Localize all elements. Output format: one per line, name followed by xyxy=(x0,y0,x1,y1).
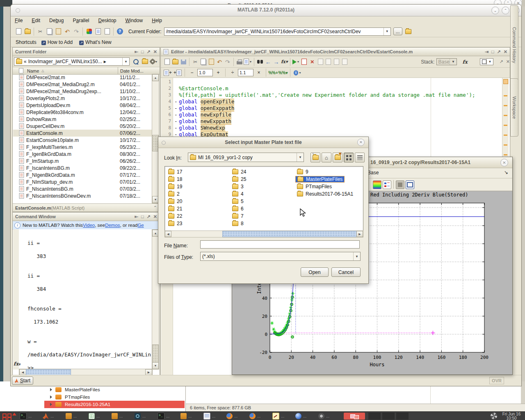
guide-icon[interactable] xyxy=(94,27,103,36)
code-line[interactable]: global newExppath xyxy=(179,118,501,125)
undock-icon[interactable]: ↗ xyxy=(147,49,151,55)
eval-cell-advance-icon[interactable]: %%▾ xyxy=(278,68,288,77)
file-row[interactable]: DshowRaw.m02/25/2... xyxy=(13,116,153,123)
profiler-icon[interactable] xyxy=(103,27,112,36)
open-folder-icon[interactable] xyxy=(23,27,32,36)
copy-icon[interactable] xyxy=(45,27,54,36)
code-text[interactable]: %EstartConsole.m%[file,path] = uiputfile… xyxy=(179,79,501,138)
folder-list-box[interactable]: 171819220212223 2425345678 9MasterPlateF… xyxy=(164,166,363,231)
taskbar-item-firefox[interactable]: ... xyxy=(226,413,247,420)
video-link[interactable]: Video xyxy=(83,223,95,228)
code-line[interactable]: global SWnewExp xyxy=(179,125,501,131)
back-icon[interactable]: ← xyxy=(264,57,272,66)
current-folder-combo[interactable]: /media/data/EASY/InovImager_jwrCF_WINLin… xyxy=(164,27,391,36)
increase-value-icon[interactable]: + xyxy=(214,68,223,77)
taskbar-item-writer[interactable]: ... xyxy=(272,413,293,420)
redo-icon[interactable]: ↷ xyxy=(224,57,232,66)
outdent-icon[interactable] xyxy=(340,57,349,66)
getting-started-link[interactable]: Ge xyxy=(137,223,144,228)
dialog-folder-item[interactable]: 4 xyxy=(232,190,246,198)
legend-icon[interactable] xyxy=(383,180,391,189)
close-panel-icon[interactable]: ✕ xyxy=(504,49,507,55)
file-row[interactable]: F_NImStartup_dev.m07/01/2... xyxy=(13,178,153,185)
file-row[interactable]: F_NIscanIntensBG.m07/03/2... xyxy=(13,185,153,192)
open-file-icon[interactable] xyxy=(171,57,180,66)
decrease-value-icon[interactable]: − xyxy=(187,68,196,77)
fx-button[interactable]: fx▼ xyxy=(14,361,21,367)
undo-icon[interactable]: ↶ xyxy=(215,57,224,66)
new-folder-button[interactable]: ✱ xyxy=(333,153,342,162)
notification-spinner-icon[interactable] xyxy=(491,413,497,419)
dialog-folder-item[interactable]: 2 xyxy=(168,190,182,198)
file-row[interactable]: F_NIgenBkGrdData.m07/17/2... xyxy=(13,171,153,178)
cell-next-icon[interactable] xyxy=(324,57,333,66)
undock-icon[interactable]: ↗ xyxy=(499,59,503,64)
file-row[interactable]: DsuperCellDev.m05/20/2... xyxy=(13,123,153,130)
search-result-mark[interactable] xyxy=(504,125,507,126)
value-input-1[interactable]: 1.0 xyxy=(197,69,213,76)
up-one-level-icon[interactable] xyxy=(140,57,149,66)
fm-tree-row[interactable]: MasterPlateFiles xyxy=(0,386,185,393)
figure-close-button[interactable]: ✕ xyxy=(500,159,508,167)
demos-link[interactable]: Demos xyxy=(105,223,120,228)
name-column-header[interactable]: Name xyxy=(27,68,39,73)
taskbar-item-folder[interactable]: ... xyxy=(112,413,132,420)
eval-cell-icon[interactable]: %%+ xyxy=(269,68,278,77)
search-result-mark[interactable] xyxy=(504,154,507,155)
list-view-button[interactable] xyxy=(355,153,365,162)
taskbar-item-folder[interactable]: ... xyxy=(66,413,86,420)
code-line[interactable]: %EstartConsole.m xyxy=(179,85,501,92)
dock-icon[interactable]: ⇥ xyxy=(485,49,488,55)
find-icon[interactable] xyxy=(256,57,264,66)
minimize-button[interactable]: ⌄ xyxy=(491,7,499,14)
file-row[interactable]: DMPexcel2mat_MediaDrug2exp...11/10/2... xyxy=(13,88,153,95)
combo-dropdown-icon[interactable]: ▼ xyxy=(383,28,389,35)
function-browser-icon[interactable]: fx▾ xyxy=(280,57,288,66)
menu-desktop[interactable]: Desktop xyxy=(98,18,116,23)
dialog-folder-item[interactable]: 5 xyxy=(232,198,246,205)
close-editor-icon[interactable]: ✕ xyxy=(506,59,510,64)
taskbar-item-calc[interactable]: ... xyxy=(89,413,109,420)
address-expand-icon[interactable]: ▶ xyxy=(104,60,106,64)
menu-edit[interactable]: Edit xyxy=(32,18,40,23)
matlab-titlebar[interactable]: MATLAB 7.12.0 (R2011a) ⌄ ⌃ ✕ xyxy=(11,5,521,16)
file-row[interactable]: F_IgenBkGrdData.m08/30/2... xyxy=(13,151,153,158)
restore-icon[interactable]: □ xyxy=(141,49,144,55)
paste-icon[interactable] xyxy=(208,57,216,66)
command-window-titlebar[interactable]: Command Window ⇤ □ ↗ ✕ xyxy=(13,212,160,221)
simulink-icon[interactable] xyxy=(84,27,94,36)
taskbar-item-firefox[interactable]: ... xyxy=(249,413,270,420)
cut-icon[interactable]: ✂ xyxy=(191,57,199,66)
tab-workspace[interactable]: Workspace xyxy=(510,78,518,137)
file-row[interactable]: DpertsUploadDev.m08/04/2... xyxy=(13,102,153,109)
redo-icon[interactable]: ↷ xyxy=(72,27,81,36)
dialog-folder-item[interactable]: 25 xyxy=(232,176,246,183)
info-icon[interactable]: i▼ xyxy=(293,68,302,77)
dialog-folder-item[interactable]: 22 xyxy=(168,212,182,220)
copy-icon[interactable] xyxy=(199,57,208,66)
cut-icon[interactable]: ✂ xyxy=(36,27,45,36)
file-row[interactable]: DReplicate96to384conv.m12/04/2... xyxy=(13,109,153,116)
window-icon[interactable] xyxy=(406,180,414,189)
file-name-input[interactable] xyxy=(200,240,360,249)
code-line[interactable]: global openExpfile xyxy=(179,98,501,105)
forward-icon[interactable]: → xyxy=(272,57,281,66)
up-folder-icon[interactable] xyxy=(404,27,413,36)
window-menu-dot[interactable] xyxy=(16,8,20,13)
dialog-folder-item[interactable]: 8 xyxy=(232,220,246,227)
dialog-folder-item[interactable]: 21 xyxy=(168,205,182,212)
menu-debug[interactable]: Debug xyxy=(49,18,64,23)
cell-prev-icon[interactable] xyxy=(316,57,324,66)
taskbar-item-matlab[interactable]: ... xyxy=(43,413,63,420)
look-in-combo[interactable]: MI 16_0919_yor1-2 copy ▼ xyxy=(188,153,304,162)
dialog-folder-item[interactable]: 18 xyxy=(168,176,182,183)
shortcut-item[interactable]: ↗How to Add xyxy=(41,39,73,45)
undo-icon[interactable]: ↶ xyxy=(63,27,72,36)
address-collapse[interactable]: « xyxy=(24,59,27,64)
brush-icon[interactable] xyxy=(396,180,404,189)
dialog-titlebar[interactable]: Select input Master Plate text file ✕ xyxy=(158,137,368,148)
search-result-mark[interactable] xyxy=(504,95,507,96)
dialog-folder-item[interactable]: 7 xyxy=(232,212,246,220)
menu-file[interactable]: File xyxy=(15,18,23,23)
file-row[interactable]: F_ImStartup.m06/26/2... xyxy=(13,158,153,164)
